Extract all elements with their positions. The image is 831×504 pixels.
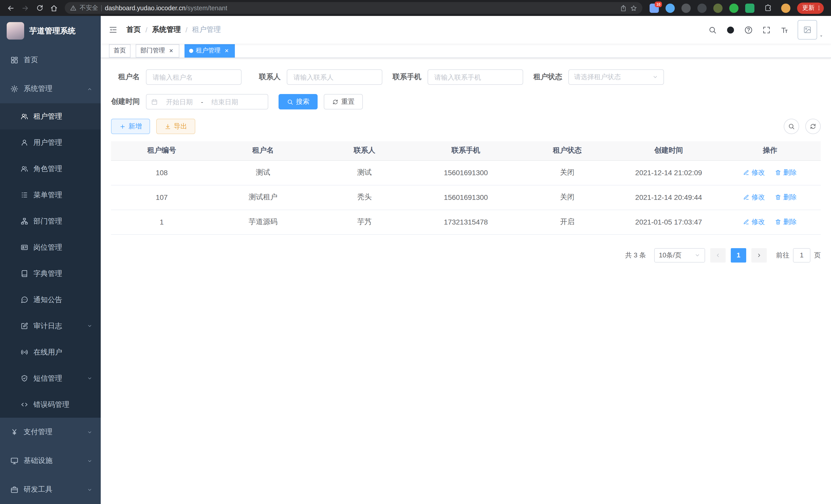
create-time-range-picker[interactable]: - (146, 94, 268, 110)
sidebar-item-online-user[interactable]: 在线用户 (0, 339, 101, 365)
edit-link[interactable]: 修改 (743, 168, 765, 177)
extension-icon[interactable] (682, 3, 691, 12)
help-button[interactable] (740, 16, 757, 44)
extension-icon[interactable] (745, 3, 754, 12)
contact-input[interactable] (287, 69, 382, 85)
sidebar-item-error-code[interactable]: 错误码管理 (0, 391, 101, 418)
sidebar-item-dev-tools[interactable]: 研发工具 (0, 475, 101, 504)
reset-button[interactable]: 重置 (324, 94, 363, 110)
breadcrumb: 首页 / 系统管理 / 租户管理 (126, 25, 221, 34)
header-search-button[interactable] (704, 16, 721, 44)
start-date-input[interactable] (160, 98, 199, 106)
sidebar-item-dept[interactable]: 部门管理 (0, 208, 101, 234)
tenant-name-input[interactable] (146, 69, 241, 85)
cell-contact: 芋艿 (314, 210, 415, 234)
sidebar-item-notice[interactable]: 通知公告 (0, 287, 101, 313)
search-button[interactable]: 搜索 (279, 94, 318, 110)
export-button[interactable]: 导出 (156, 119, 195, 134)
browser-reload-button[interactable] (33, 1, 46, 14)
extension-icon[interactable] (665, 3, 675, 12)
phone-input[interactable] (428, 69, 523, 85)
bookmark-star-icon[interactable] (630, 4, 637, 11)
cell-contact: 测试 (314, 160, 415, 185)
breadcrumb-system[interactable]: 系统管理 (152, 25, 181, 34)
extension-icon[interactable] (729, 3, 739, 12)
extension-icon[interactable] (713, 3, 722, 12)
contact-label: 联系人 (252, 72, 287, 82)
edit-link[interactable]: 修改 (743, 192, 765, 202)
cell-id: 108 (111, 160, 212, 185)
end-date-input[interactable] (205, 98, 245, 106)
sidebar-item-user[interactable]: 用户管理 (0, 129, 101, 156)
sidebar-item-audit-log[interactable]: 审计日志 (0, 313, 101, 339)
browser-home-button[interactable] (47, 1, 61, 14)
trash-icon (775, 170, 781, 176)
page-number-button[interactable]: 1 (731, 248, 746, 262)
edit-link[interactable]: 修改 (743, 217, 765, 227)
sidebar-item-home[interactable]: 首页 (0, 46, 101, 75)
goto-page-input[interactable] (793, 248, 810, 262)
tenant-status-select[interactable]: 请选择租户状态 (568, 69, 664, 85)
hamburger-fold-icon (109, 25, 118, 34)
users-icon (21, 113, 28, 120)
cell-phone: 17321315478 (415, 210, 517, 234)
sidebar-item-menu[interactable]: 菜单管理 (0, 182, 101, 208)
next-page-button[interactable] (751, 248, 767, 262)
close-icon[interactable]: × (168, 47, 175, 54)
fullscreen-button[interactable] (757, 16, 775, 44)
browser-forward-button[interactable] (19, 1, 32, 14)
pencil-icon (743, 170, 749, 176)
close-icon[interactable]: × (223, 47, 230, 54)
sidebar-item-system[interactable]: 系统管理 (0, 75, 101, 103)
prev-page-button[interactable] (710, 248, 726, 262)
browser-back-button[interactable] (4, 1, 18, 14)
tab-dept-management[interactable]: 部门管理× (136, 44, 179, 57)
extension-icon[interactable] (697, 3, 707, 12)
breadcrumb-home[interactable]: 首页 (126, 25, 141, 34)
breadcrumb-current: 租户管理 (192, 25, 221, 34)
profile-avatar[interactable] (781, 3, 791, 12)
sidebar-item-sms[interactable]: 短信管理 (0, 365, 101, 391)
extensions-puzzle-icon[interactable] (761, 1, 774, 14)
delete-link[interactable]: 删除 (775, 217, 797, 227)
tab-home[interactable]: 首页 (109, 44, 131, 57)
security-label[interactable]: 不安全 (80, 4, 98, 12)
cell-actions: 修改 删除 (719, 160, 821, 185)
omnibox-divider (101, 5, 102, 11)
extension-icon[interactable]: 10 (650, 3, 659, 12)
browser-update-button[interactable]: 更新 (797, 2, 824, 13)
create-time-label: 创建时间 (111, 97, 146, 106)
message-icon (21, 296, 28, 304)
toggle-search-button[interactable] (784, 119, 799, 134)
font-size-button[interactable] (775, 16, 794, 44)
delete-link[interactable]: 删除 (775, 192, 797, 202)
column-header-actions: 操作 (719, 141, 821, 160)
app-logo-row[interactable]: 芋道管理系统 (0, 16, 101, 46)
add-button[interactable]: 新增 (111, 119, 150, 134)
plus-icon (119, 123, 126, 130)
user-avatar-menu[interactable] (798, 20, 824, 39)
sidebar-toggle-button[interactable] (101, 16, 125, 44)
column-header-created: 创建时间 (618, 141, 719, 160)
dashboard-icon (10, 56, 19, 64)
tab-tenant-management[interactable]: 租户管理× (184, 44, 235, 57)
github-button[interactable] (721, 16, 740, 44)
address-bar[interactable]: 不安全 dashboard.yudao.iocoder.cn/system/te… (65, 2, 642, 14)
share-icon[interactable] (620, 4, 627, 11)
refresh-table-button[interactable] (805, 119, 821, 134)
sidebar-item-role[interactable]: 角色管理 (0, 156, 101, 182)
role-users-icon (21, 165, 28, 173)
sidebar-item-payment[interactable]: 支付管理 (0, 418, 101, 446)
sidebar-item-post[interactable]: 岗位管理 (0, 234, 101, 261)
user-avatar[interactable] (798, 20, 817, 39)
delete-link[interactable]: 删除 (775, 168, 797, 177)
sidebar-item-dict[interactable]: 字典管理 (0, 261, 101, 287)
font-size-icon (780, 25, 789, 34)
sidebar-item-infra[interactable]: 基础设施 (0, 446, 101, 475)
cell-created: 2021-12-14 20:49:44 (618, 185, 719, 210)
page-size-value: 10条/页 (659, 250, 682, 260)
page-size-select[interactable]: 10条/页 (654, 248, 705, 262)
fullscreen-icon (762, 25, 771, 34)
table-header-row: 租户编号 租户名 联系人 联系手机 租户状态 创建时间 操作 (111, 141, 821, 160)
sidebar-item-tenant[interactable]: 租户管理 (0, 103, 101, 129)
